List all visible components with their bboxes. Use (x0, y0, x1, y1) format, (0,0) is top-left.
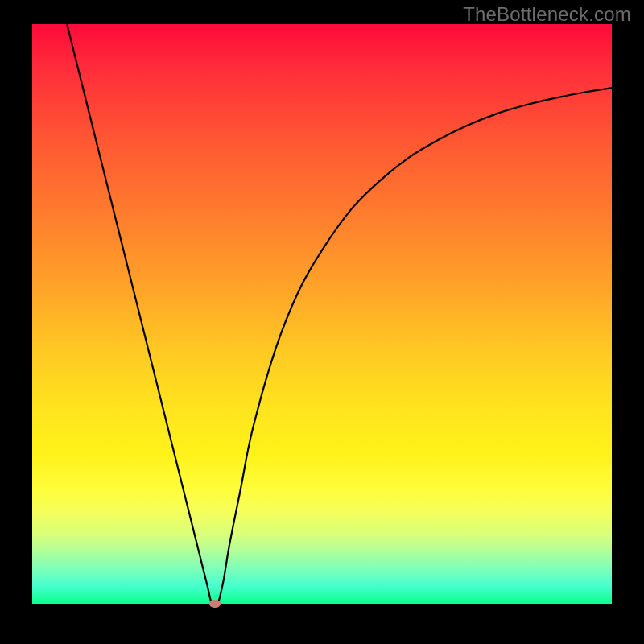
plot-area (32, 24, 612, 604)
bottleneck-curve (32, 24, 612, 604)
watermark-text: TheBottleneck.com (463, 3, 631, 26)
optimal-point-dot (209, 600, 221, 608)
chart-container: TheBottleneck.com (0, 0, 644, 644)
curve-path (67, 24, 612, 604)
